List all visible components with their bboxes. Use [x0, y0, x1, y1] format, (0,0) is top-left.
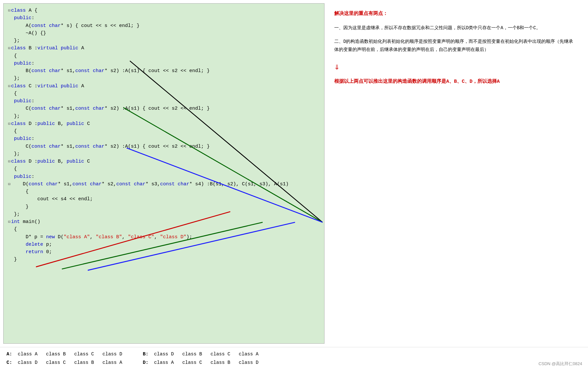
code-line-28: };: [8, 211, 320, 218]
option-b: B: class D class B class C class A: [143, 350, 279, 358]
main-area: ⊟class A { public: A(const char* s) { co…: [0, 0, 588, 347]
code-line-3: A(const char* s) { cout << s << endl; }: [8, 22, 320, 30]
code-line-5: };: [8, 37, 320, 44]
point2-section: 二、D的构造函数初始化列表初始化的顺序是按照变量声明的顺序，而不是按照变量在初始…: [334, 38, 575, 54]
code-line-34: }: [8, 256, 320, 263]
watermark: CSDN @高比拜仁0824: [538, 361, 582, 367]
code-line-12: {: [8, 90, 320, 97]
option-d: D: class A class C class B class D: [143, 358, 279, 367]
option-a: A: class A class B class C class D: [6, 350, 143, 358]
option-b-label: B:: [143, 352, 148, 357]
conclusion-text: 根据以上两点可以推出这里的构造函数的调用顺序是A、B、C、D，所以选择A: [334, 78, 575, 86]
option-c: C: class D class C class B class A: [6, 358, 143, 367]
point1-section: 一、因为这里是虚继承，所以不存在数据冗余和二义性问题，所以D类中只存在一个A，一…: [334, 24, 575, 32]
code-line-17: {: [8, 128, 320, 135]
code-line-27: }: [8, 203, 320, 211]
bottom-bar: A: class A class B class C class D C: cl…: [0, 347, 588, 370]
option-d-label: D:: [143, 360, 148, 365]
code-line-30: {: [8, 226, 320, 233]
option-a-label: A:: [6, 352, 12, 357]
code-line-25: {: [8, 188, 320, 195]
code-line-16: ⊟class D :public B, public C: [8, 120, 320, 128]
code-line-6: ⊟class B :virtual public A: [8, 44, 320, 52]
code-line-32: delete p;: [8, 241, 320, 248]
code-line-15: };: [8, 113, 320, 120]
right-panel: 解决这里的重点有两点： 一、因为这里是虚继承，所以不存在数据冗余和二义性问题，所…: [325, 3, 585, 344]
code-line-8: public:: [8, 60, 320, 67]
code-line-33: return 0;: [8, 248, 320, 256]
point1-text: 一、因为这里是虚继承，所以不存在数据冗余和二义性问题，所以D类中只存在一个A，一…: [334, 24, 575, 32]
code-line-23: public:: [8, 173, 320, 180]
code-line-10: };: [8, 75, 320, 82]
options-left: A: class A class B class C class D C: cl…: [6, 350, 143, 367]
arrow-down-icon: ⇓: [334, 59, 575, 75]
options-right: B: class D class B class C class A D: cl…: [143, 350, 279, 367]
code-line-1: ⊟class A {: [8, 7, 320, 14]
point2-text: 二、D的构造函数初始化列表初始化的顺序是按照变量声明的顺序，而不是按照变量在初始…: [334, 38, 575, 54]
code-line-24: ⊟ D(const char* s1,const char* s2,const …: [8, 180, 320, 188]
code-line-29: ⊟int main(): [8, 218, 320, 226]
code-line-13: public:: [8, 97, 320, 105]
code-line-31: D* p = new D("class A", "class B", "clas…: [8, 233, 320, 241]
code-line-2: public:: [8, 14, 320, 22]
code-line-21: ⊟class D :public B, public C: [8, 158, 320, 165]
right-title-section: 解决这里的重点有两点：: [334, 10, 575, 18]
code-line-22: {: [8, 165, 320, 173]
code-line-4: ~A() {}: [8, 30, 320, 37]
right-title: 解决这里的重点有两点：: [334, 10, 575, 18]
code-line-18: public:: [8, 135, 320, 142]
code-line-20: };: [8, 150, 320, 158]
code-line-7: {: [8, 52, 320, 60]
code-line-11: ⊟class C :virtual public A: [8, 82, 320, 90]
option-c-label: C:: [6, 360, 12, 365]
code-line-9: B(const char* s1,const char* s2) :A(s1) …: [8, 67, 320, 75]
code-line-19: C(const char* s1,const char* s2) :A(s1) …: [8, 143, 320, 150]
code-line-26: cout << s4 << endl;: [8, 195, 320, 203]
code-line-14: C(const char* s1,const char* s2) :A(s1) …: [8, 105, 320, 112]
conclusion-section: 根据以上两点可以推出这里的构造函数的调用顺序是A、B、C、D，所以选择A: [334, 78, 575, 86]
code-panel: ⊟class A { public: A(const char* s) { co…: [3, 3, 325, 344]
